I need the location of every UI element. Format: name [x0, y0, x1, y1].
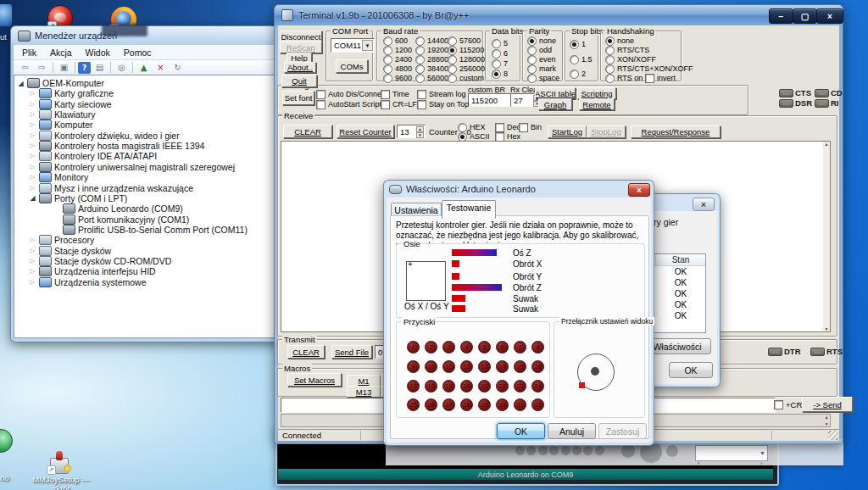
- send-button[interactable]: -> Send: [802, 397, 853, 412]
- handshaking-none[interactable]: none: [605, 36, 634, 46]
- gc-ok-button[interactable]: OK: [669, 362, 713, 378]
- settings-autostartscript[interactable]: AutoStart Script: [316, 100, 381, 109]
- baud-14400[interactable]: 14400: [415, 36, 448, 46]
- spinner-buttons[interactable]: ▲▼: [416, 126, 424, 136]
- help-icon[interactable]: ?: [78, 62, 91, 74]
- tree-item[interactable]: ▷Mysz i inne urządzenia wskazujące: [29, 183, 193, 193]
- tree-item[interactable]: ▷Kontrolery IDE ATA/ATAPI: [29, 151, 157, 161]
- tree-expander[interactable]: ▷: [29, 153, 36, 159]
- baud-256000[interactable]: 256000: [448, 64, 485, 74]
- close-button[interactable]: ×: [693, 198, 715, 211]
- resize-grip[interactable]: [828, 431, 838, 440]
- update-driver-icon[interactable]: ▲: [136, 61, 152, 75]
- handshaking-xon/xoff[interactable]: XON/XOFF: [605, 55, 656, 64]
- tree-item[interactable]: ▷Karty sieciowe: [29, 99, 112, 109]
- macro-button-m1[interactable]: M1: [347, 375, 381, 387]
- baud-128000[interactable]: 128000: [448, 55, 485, 64]
- tree-item[interactable]: ▷Monitory: [29, 172, 88, 182]
- stopbits-1[interactable]: 1: [570, 40, 586, 49]
- parity-odd[interactable]: odd: [527, 46, 552, 55]
- maximize-button[interactable]: ▢: [793, 8, 817, 24]
- receive-dec[interactable]: Dec: [495, 123, 520, 132]
- tree-expander[interactable]: ▷: [29, 268, 36, 275]
- ghost-combobox[interactable]: ▼: [695, 445, 768, 461]
- tree-expander[interactable]: ◢: [29, 194, 36, 202]
- request-response-button[interactable]: Request/Response: [631, 125, 721, 138]
- baud-19200[interactable]: 19200: [415, 46, 448, 55]
- databits-8[interactable]: 8: [492, 70, 508, 79]
- parity-space[interactable]: space: [527, 74, 559, 83]
- baud-28800[interactable]: 28800: [415, 55, 448, 64]
- baud-1200[interactable]: 1200: [383, 46, 412, 55]
- tree-expander[interactable]: ▷: [29, 132, 36, 139]
- stoplog-button[interactable]: StopLog: [587, 125, 626, 138]
- tree-expander[interactable]: ▷: [29, 237, 36, 243]
- tree-item[interactable]: ▷Kontrolery uniwersalnej magistrali szer…: [29, 162, 235, 172]
- rescan-button[interactable]: ReScan: [280, 42, 322, 53]
- invert-checkbox[interactable]: invert: [645, 74, 676, 83]
- databits-6[interactable]: 6: [492, 49, 508, 58]
- tree-item[interactable]: ▷Karty graficzne: [29, 88, 114, 98]
- tree-expander[interactable]: ▷: [29, 174, 36, 181]
- tree-expander[interactable]: ◢: [17, 80, 25, 87]
- settings-autodisconnect[interactable]: Auto Dis/Connect: [316, 90, 387, 99]
- dialog-cancel-button[interactable]: Anuluj: [548, 423, 596, 439]
- dialog-titlebar[interactable]: Właściwości: Arduino Leonardo: [384, 181, 654, 198]
- baud-57600[interactable]: 57600: [448, 36, 481, 46]
- scan-icon[interactable]: ◎: [114, 61, 130, 75]
- tree-item[interactable]: ▷Kontrolery dźwięku, wideo i gier: [29, 131, 180, 141]
- desktop-icon-mmjoysetup[interactable]: ↗: [47, 451, 71, 474]
- stopbits-1.5[interactable]: 1.5: [570, 55, 593, 64]
- tree-item[interactable]: ◢OEM-Komputer: [17, 78, 104, 88]
- tree-item[interactable]: Prolific USB-to-Serial Comm Port (COM11): [53, 225, 248, 235]
- receive-bin[interactable]: Bin: [519, 123, 542, 132]
- tree-expander[interactable]: ▷: [29, 111, 36, 118]
- forward-icon[interactable]: ⇨: [34, 61, 50, 75]
- graph-button[interactable]: Graph: [538, 98, 572, 110]
- menu-item-widok[interactable]: Widok: [86, 47, 110, 58]
- macro-button-m13[interactable]: M13: [347, 386, 381, 398]
- tree-item[interactable]: ▷Klawiatury: [29, 109, 95, 120]
- show-window-icon[interactable]: ▣: [56, 61, 72, 75]
- tree-item[interactable]: ▷Kontrolery hosta magistrali IEEE 1394: [29, 141, 204, 151]
- settings-stayontop[interactable]: Stay on Top: [417, 100, 469, 109]
- baud-56000[interactable]: 56000: [415, 74, 448, 83]
- minimize-button[interactable]: −: [769, 8, 793, 24]
- quit-button[interactable]: Quit: [281, 75, 317, 87]
- desktop-icon-partial-blue[interactable]: [0, 3, 13, 27]
- baud-2400[interactable]: 2400: [383, 55, 412, 64]
- scroll-up-icon[interactable]: ▲: [825, 415, 829, 420]
- counter-spinner[interactable]: 13 ▲▼: [397, 125, 426, 138]
- scroll-right-icon[interactable]: ›: [760, 460, 762, 466]
- tree-expander[interactable]: ▷: [29, 101, 36, 108]
- settings-streamlog[interactable]: Stream log: [417, 90, 466, 99]
- baud-115200[interactable]: 115200: [448, 46, 484, 55]
- controller-status-row[interactable]: OK: [656, 311, 705, 320]
- dialog-apply-button[interactable]: Zastosuj: [598, 423, 647, 439]
- parity-even[interactable]: even: [527, 55, 556, 64]
- menu-item-akcja[interactable]: Akcja: [50, 47, 72, 58]
- coms-button[interactable]: COMs: [336, 59, 368, 73]
- baud-custom[interactable]: custom: [448, 74, 484, 83]
- tree-expander[interactable]: ▷: [29, 121, 36, 128]
- handshaking-rts/cts+xon/xoff[interactable]: RTS/CTS+XON/XOFF: [605, 64, 693, 74]
- tree-item[interactable]: ▷Komputer: [29, 120, 93, 130]
- tree-expander[interactable]: ▷: [29, 258, 36, 264]
- parity-none[interactable]: none: [527, 36, 556, 46]
- remote-button[interactable]: Remote: [579, 98, 615, 110]
- terminal-titlebar[interactable]: Terminal v1.9b - 201006308 - by Br@y++: [275, 5, 843, 25]
- custom-br-input[interactable]: 115200: [468, 93, 512, 107]
- tree-item[interactable]: ▷Urządzenia systemowe: [29, 277, 147, 287]
- controller-status-row[interactable]: OK: [656, 289, 705, 298]
- scroll-down-icon[interactable]: ▼: [825, 326, 829, 331]
- set-macros-button[interactable]: Set Macros: [287, 373, 342, 387]
- dialog-ok-button[interactable]: OK: [497, 423, 545, 439]
- tree-item[interactable]: ▷Stacje dysków: [29, 246, 111, 256]
- tree-expander[interactable]: ▷: [29, 142, 36, 149]
- databits-5[interactable]: 5: [492, 39, 508, 48]
- databits-7[interactable]: 7: [492, 59, 508, 69]
- scroll-left-icon[interactable]: ‹: [698, 460, 699, 466]
- tab-testowanie[interactable]: Testowanie: [442, 200, 496, 219]
- tree-item[interactable]: ▷Procesory: [29, 235, 94, 245]
- reset-counter-button[interactable]: Reset Counter: [337, 125, 394, 138]
